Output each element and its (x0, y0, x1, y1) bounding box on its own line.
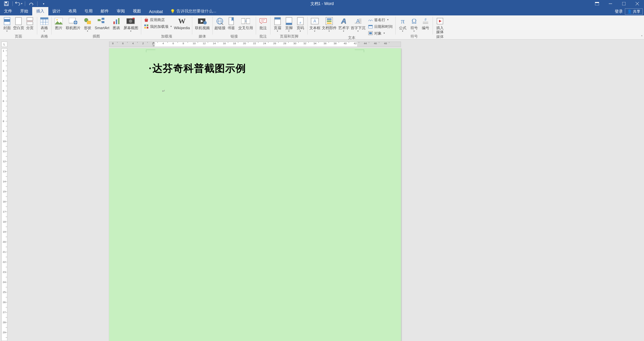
share-button[interactable]: 👤 共享 (625, 8, 643, 15)
equation-button[interactable]: π公式▾ (397, 16, 408, 32)
footer-button[interactable]: 页脚▾ (283, 16, 295, 32)
ribbon: 封面▾ 空白页 分页 页面 表格▾ 表格 图片 联机图片 形状▾ SmartAr… (0, 15, 644, 40)
horizontal-ruler[interactable]: 8642246810121416182022242628303234363840… (109, 42, 401, 47)
cover-page-button[interactable]: 封面▾ (1, 16, 13, 32)
minimize-button[interactable] (604, 0, 617, 7)
tell-me-search[interactable]: 💡 告诉我您想要做什么... (167, 7, 219, 15)
svg-rect-12 (27, 17, 33, 20)
tab-视图[interactable]: 视图 (129, 7, 145, 15)
textbox-button[interactable]: A文本框▾ (309, 16, 320, 32)
number-button[interactable]: #编号 (420, 16, 431, 30)
svg-rect-2 (5, 4, 8, 5)
page-number-button[interactable]: #页码▾ (295, 16, 306, 32)
close-button[interactable] (631, 0, 644, 7)
store-icon (144, 17, 149, 22)
hyperlink-button[interactable]: 超链接 (214, 16, 226, 30)
online-pictures-button[interactable]: 联机图片 (64, 16, 82, 30)
header-button[interactable]: 页眉▾ (272, 16, 283, 32)
login-link[interactable]: 登录 (615, 9, 623, 14)
margin-guide-top-left (146, 50, 155, 52)
person-icon: 👤 (627, 9, 632, 14)
svg-rect-28 (102, 18, 104, 20)
group-label-illus: 插图 (93, 34, 100, 39)
datetime-button[interactable]: 日期和时间 (368, 23, 393, 30)
tab-邮件[interactable]: 邮件 (97, 7, 113, 15)
ribbon-tabs: 文件开始插入设计布局引用邮件审阅视图Acrobat 💡 告诉我您想要做什么...… (0, 7, 644, 15)
share-label: 共享 (633, 9, 640, 14)
store-button[interactable]: 应用商店 (144, 17, 172, 23)
signature-icon (368, 17, 373, 22)
symbol-button[interactable]: Ω符号▾ (408, 16, 420, 32)
group-symbols: π公式▾ Ω符号▾ #编号 符号 (396, 15, 433, 39)
group-pages: 封面▾ 空白页 分页 页面 (0, 15, 37, 39)
svg-rect-39 (147, 27, 148, 29)
document-heading[interactable]: 达芬奇科普截图示例 (149, 62, 361, 75)
svg-rect-13 (27, 22, 33, 25)
object-button[interactable]: 对象▾ (368, 30, 393, 36)
table-button[interactable]: 表格▾ (39, 16, 50, 32)
svg-text:A: A (313, 19, 316, 23)
blank-page-button[interactable]: 空白页 (13, 16, 24, 30)
object-icon (368, 31, 373, 36)
window-title: 文档1 - Word (310, 1, 334, 7)
group-illustrations: 图片 联机图片 形状▾ SmartArt 图表 屏幕截图▾ 插图 (52, 15, 141, 39)
tab-设计[interactable]: 设计 (48, 7, 64, 15)
margin-guide-top-right (355, 50, 364, 52)
my-addins-button[interactable]: 我的加载项▾ (144, 23, 172, 30)
group-media: 联机视频 媒体 (192, 15, 212, 39)
tab-开始[interactable]: 开始 (16, 7, 32, 15)
svg-rect-53 (286, 23, 292, 25)
tab-Acrobat[interactable]: Acrobat (145, 8, 167, 15)
group-addins: 应用商店 我的加载项▾ WWikipedia 加载项 (141, 15, 192, 39)
signature-button[interactable]: 签名行▾ (368, 17, 393, 23)
maximize-button[interactable] (617, 0, 631, 7)
svg-rect-38 (144, 27, 146, 29)
pictures-button[interactable]: 图片 (53, 16, 64, 30)
quick-parts-button[interactable]: 文档部件▾ (320, 16, 338, 32)
wikipedia-button[interactable]: WWikipedia (173, 16, 191, 30)
collapse-ribbon-button[interactable]: ˄ (641, 35, 643, 39)
page-break-button[interactable]: 分页 (24, 16, 36, 30)
tell-me-placeholder: 告诉我您想要做什么... (177, 8, 216, 14)
group-label-media: 媒体 (199, 34, 206, 39)
smartart-button[interactable]: SmartArt (93, 16, 111, 30)
calendar-icon (368, 24, 373, 29)
tab-审阅[interactable]: 审阅 (113, 7, 129, 15)
screenshot-button[interactable]: 屏幕截图▾ (122, 16, 140, 32)
svg-rect-51 (275, 17, 281, 19)
crossref-button[interactable]: 交叉引用 (237, 16, 254, 30)
bookmark-button[interactable]: 书签 (226, 16, 237, 30)
tab-插入[interactable]: 插入 (32, 7, 48, 15)
dropcap-button[interactable]: A首字下沉▾ (349, 16, 367, 32)
svg-rect-31 (116, 19, 117, 24)
insert-media-button[interactable]: 插入媒体 (434, 16, 446, 34)
save-button[interactable] (3, 0, 10, 7)
svg-point-22 (56, 19, 58, 20)
redo-button[interactable] (28, 0, 35, 7)
chart-button[interactable]: 图表 (111, 16, 122, 30)
group-label-embed: 媒体 (436, 34, 444, 40)
group-links: 超链接 书签 交叉引用 链接 (213, 15, 256, 39)
ribbon-display-options[interactable] (590, 0, 604, 7)
svg-rect-60 (327, 20, 332, 22)
svg-rect-59 (327, 18, 332, 20)
group-label-hf: 页眉和页脚 (280, 34, 298, 39)
svg-text:#: # (299, 21, 301, 24)
document-page[interactable]: 达芬奇科普截图示例 ↵ (109, 48, 401, 341)
svg-text:#: # (425, 18, 427, 21)
shapes-button[interactable]: 形状▾ (82, 16, 93, 32)
tab-引用[interactable]: 引用 (81, 7, 97, 15)
svg-rect-32 (118, 18, 119, 24)
vertical-ruler[interactable]: 1234567891011121314151617181920212223242… (1, 48, 7, 341)
tab-文件[interactable]: 文件 (0, 7, 16, 15)
tab-selector[interactable]: L (1, 42, 7, 47)
undo-button[interactable]: ▾ (15, 0, 22, 7)
svg-rect-11 (15, 17, 21, 25)
tab-布局[interactable]: 布局 (64, 7, 81, 15)
online-video-button[interactable]: 联机视频 (194, 16, 211, 30)
qat-customize[interactable]: ▾ (40, 0, 47, 7)
wordart-button[interactable]: A艺术字▾ (338, 16, 349, 32)
svg-rect-30 (113, 21, 115, 24)
svg-rect-68 (368, 25, 373, 26)
comment-button[interactable]: 批注 (257, 16, 269, 30)
